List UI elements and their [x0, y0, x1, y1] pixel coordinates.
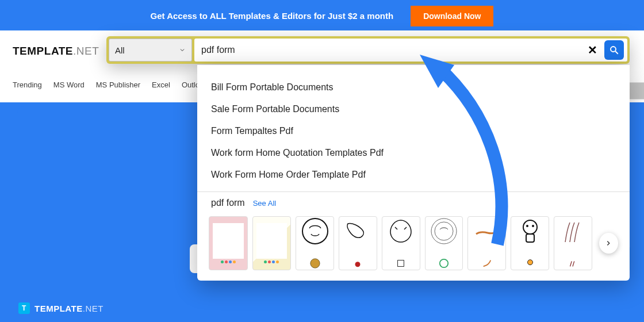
tiger-head-icon [301, 217, 329, 246]
tiger-mini-icon [396, 258, 406, 269]
svg-point-6 [431, 218, 457, 244]
suggestion-item[interactable]: Work form Home Quotation Templates Pdf [197, 142, 630, 164]
template-thumbnail[interactable] [382, 216, 420, 270]
badge-icon [310, 258, 320, 269]
tiger-leap-icon [343, 217, 372, 246]
download-now-button[interactable]: Download Now [411, 6, 493, 26]
tiger-face-icon [386, 217, 415, 246]
paw-icon [352, 258, 363, 269]
svg-line-1 [615, 51, 618, 54]
svg-rect-5 [398, 260, 404, 267]
site-logo[interactable]: TEMPLATE.NET [13, 45, 99, 57]
chevron-down-icon [179, 47, 186, 53]
svg-point-0 [611, 47, 616, 52]
suggestion-item[interactable]: Work Form Home Order Template Pdf [197, 164, 630, 186]
tiger-seal-icon [430, 217, 458, 246]
logo-suffix: .NET [73, 45, 99, 57]
template-thumbnail[interactable] [296, 216, 334, 270]
results-label: pdf form [211, 198, 245, 208]
nav-trending[interactable]: Trending [13, 80, 42, 89]
results-header: pdf form See All [197, 191, 630, 213]
logo-main: TEMPLATE [13, 45, 73, 57]
thumbnails-next-button[interactable] [599, 233, 618, 254]
template-thumbnail[interactable] [425, 216, 463, 270]
thumbnail-row [197, 213, 630, 281]
svg-point-2 [302, 218, 328, 244]
svg-point-7 [435, 222, 453, 240]
tail-icon [482, 258, 492, 269]
footer-logo[interactable]: T TEMPLATE.NET [18, 302, 103, 314]
template-thumbnail[interactable] [339, 216, 377, 270]
template-thumbnail[interactable] [467, 216, 506, 270]
suggestion-list: Bill Form Portable Documents Sale Form P… [197, 65, 630, 191]
nav-excel[interactable]: Excel [152, 80, 170, 89]
suggestion-item[interactable]: Sale Form Portable Documents [197, 98, 630, 120]
svg-point-13 [527, 260, 532, 265]
nav-ms-word[interactable]: MS Word [53, 80, 85, 89]
promo-bar: Get Access to ALL Templates & Editors fo… [0, 0, 644, 32]
search-bar: ✕ [194, 39, 627, 62]
template-thumbnail[interactable] [554, 216, 592, 270]
suggestion-item[interactable]: Bill Form Portable Documents [197, 76, 630, 98]
svg-point-3 [310, 259, 320, 268]
svg-point-9 [523, 220, 537, 234]
footer-logo-text: TEMPLATE.NET [34, 304, 103, 313]
search-button[interactable] [604, 40, 624, 60]
footer-logo-icon: T [18, 302, 30, 314]
svg-point-11 [532, 225, 534, 227]
filter-label: All [115, 45, 125, 55]
clear-search-icon[interactable]: ✕ [585, 43, 600, 57]
see-all-link[interactable]: See All [253, 199, 276, 208]
search-input[interactable] [201, 45, 581, 55]
promo-text: Get Access to ALL Templates & Editors fo… [151, 11, 394, 21]
search-icon [609, 45, 619, 55]
search-dropdown: Bill Form Portable Documents Sale Form P… [197, 65, 630, 281]
claw-icon [558, 217, 587, 246]
svg-point-10 [526, 225, 528, 227]
seal-mini-icon [439, 258, 449, 269]
svg-rect-12 [526, 234, 534, 242]
cartoon-mini-icon [525, 258, 535, 269]
suggestion-item[interactable]: Form Tempaltes Pdf [197, 120, 630, 142]
search-filter-dropdown[interactable]: All [109, 39, 192, 62]
search-frame: All ✕ [106, 36, 630, 64]
svg-point-4 [355, 262, 361, 267]
nav-ms-publisher[interactable]: MS Publisher [96, 80, 140, 89]
svg-point-8 [440, 259, 448, 267]
template-thumbnail[interactable] [252, 216, 292, 270]
claw-mini-icon [568, 258, 578, 269]
tiger-cartoon-icon [516, 217, 545, 246]
tiger-walk-icon [473, 217, 501, 246]
chevron-right-icon [604, 239, 612, 247]
template-thumbnail[interactable] [209, 216, 248, 270]
template-thumbnail[interactable] [511, 216, 549, 270]
